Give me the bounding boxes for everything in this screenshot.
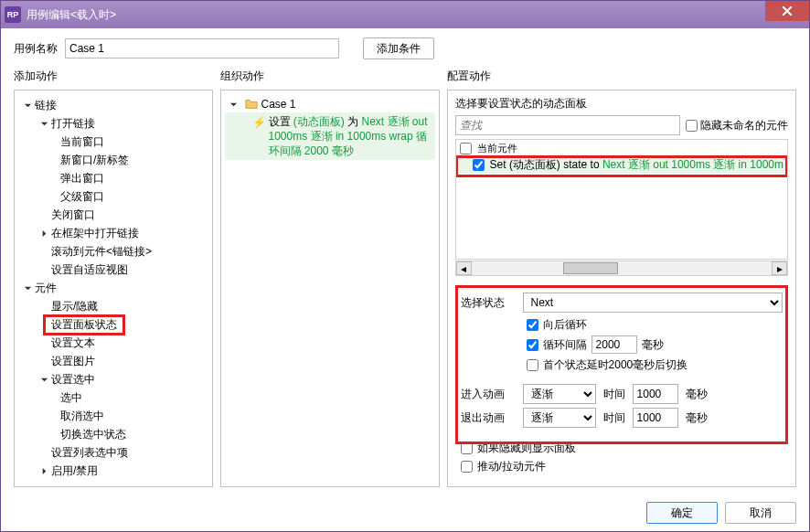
- loop-interval-unit: 毫秒: [642, 337, 664, 353]
- tree-unselected[interactable]: 取消选中: [18, 407, 208, 425]
- hide-unnamed-checkbox[interactable]: [686, 120, 698, 132]
- scroll-thumb[interactable]: [563, 262, 618, 274]
- select-state-label: 选择状态: [461, 295, 516, 311]
- tree-set-list-option[interactable]: 设置列表选中项: [18, 443, 208, 462]
- exit-time-input[interactable]: [633, 408, 678, 428]
- tree-toggle-selected[interactable]: 切换选中状态: [18, 425, 208, 443]
- organize-body: Case 1 ⚡ 设置 (动态面板) 为 Next 逐渐 out 1000ms …: [220, 90, 440, 487]
- push-pull-label: 推动/拉动元件: [477, 459, 546, 474]
- loop-interval-input[interactable]: [592, 335, 637, 354]
- push-pull-checkbox[interactable]: [461, 461, 473, 473]
- tree-show-hide[interactable]: 显示/隐藏: [18, 297, 208, 315]
- case-node[interactable]: Case 1: [225, 96, 435, 112]
- dialog-window: RP 用例编辑<载入时> 用例名称 添加条件 添加动作 链接: [0, 0, 810, 532]
- search-input[interactable]: [455, 115, 680, 135]
- scroll-left-arrow[interactable]: ◂: [456, 261, 472, 275]
- exit-anim-label: 退出动画: [461, 410, 516, 426]
- app-icon: RP: [5, 6, 21, 23]
- loop-back-label: 向后循环: [543, 317, 587, 333]
- enter-time-unit: 毫秒: [686, 387, 708, 402]
- panel-list: 当前元件 Set (动态面板) state to Next 逐渐 out 100…: [455, 139, 788, 260]
- scroll-right-arrow[interactable]: ▸: [772, 261, 787, 275]
- add-action-column: 添加动作 链接 打开链接 当前窗口 新窗口/新标签 弹出窗口 父级窗口 关闭窗口: [14, 69, 213, 487]
- organize-column: 组织动作 Case 1 ⚡ 设置 (动态面板) 为 Next 逐渐 out 10…: [220, 69, 440, 487]
- loop-back-checkbox[interactable]: [527, 319, 538, 331]
- current-widget-checkbox[interactable]: [460, 143, 472, 154]
- select-panel-label: 选择要设置状态的动态面板: [448, 90, 795, 115]
- exit-anim-dropdown[interactable]: 逐渐: [523, 408, 596, 428]
- tree-adaptive[interactable]: 设置自适应视图: [18, 261, 208, 279]
- tree-scroll-to[interactable]: 滚动到元件<锚链接>: [18, 242, 208, 261]
- configure-column: 配置动作 选择要设置状态的动态面板 隐藏未命名的元件 当前元件: [447, 69, 796, 487]
- show-if-hidden-checkbox[interactable]: [461, 442, 473, 454]
- tree-new-window[interactable]: 新窗口/新标签: [18, 151, 208, 169]
- tree-set-image[interactable]: 设置图片: [18, 352, 208, 370]
- select-state-row: 选择状态 Next: [461, 291, 783, 314]
- current-widget-row[interactable]: 当前元件: [456, 140, 787, 156]
- case-name-row: 用例名称 添加条件: [1, 28, 809, 69]
- footer: 确定 取消: [1, 495, 809, 531]
- select-state-dropdown[interactable]: Next: [523, 293, 783, 313]
- enter-anim-dropdown[interactable]: 逐渐: [523, 384, 596, 404]
- add-action-tree: 链接 打开链接 当前窗口 新窗口/新标签 弹出窗口 父级窗口 关闭窗口 在框架中…: [14, 90, 213, 487]
- case-name-input[interactable]: [65, 38, 339, 59]
- current-widget-label: 当前元件: [477, 142, 517, 155]
- case-node-label: Case 1: [261, 98, 296, 111]
- set-state-checkbox[interactable]: [473, 159, 485, 171]
- exit-time-label: 时间: [603, 410, 625, 426]
- search-row: 隐藏未命名的元件: [448, 115, 795, 139]
- action-text: 设置 (动态面板) 为 Next 逐渐 out 1000ms 逐渐 in 100…: [269, 114, 432, 158]
- chevron-down-icon: [229, 99, 240, 110]
- loop-interval-label: 循环间隔: [543, 337, 587, 353]
- horizontal-scrollbar[interactable]: ◂ ▸: [455, 261, 788, 276]
- enter-anim-row: 进入动画 逐渐 时间 毫秒: [461, 382, 783, 406]
- hide-unnamed-label[interactable]: 隐藏未命名的元件: [686, 118, 788, 133]
- titlebar: RP 用例编辑<载入时>: [1, 1, 809, 28]
- window-title: 用例编辑<载入时>: [27, 7, 116, 23]
- tree-enable-disable[interactable]: 启用/禁用: [18, 462, 208, 480]
- bottom-checks: 如果隐藏则显示面板 推动/拉动元件: [448, 435, 795, 479]
- chevron-down-icon: [22, 100, 33, 111]
- set-state-row[interactable]: Set (动态面板) state to Next 逐渐 out 1000ms 逐…: [456, 156, 787, 173]
- ok-button[interactable]: 确定: [646, 502, 718, 524]
- chevron-right-icon: [38, 228, 49, 239]
- tree-widgets[interactable]: 元件: [18, 279, 208, 297]
- first-state-delay-label: 首个状态延时2000毫秒后切换: [543, 357, 688, 373]
- tree-links[interactable]: 链接: [18, 96, 208, 114]
- push-pull-row: 推动/拉动元件: [461, 457, 783, 475]
- tree-set-panel-state[interactable]: 设置面板状态: [18, 315, 208, 334]
- tree-open-in-frame[interactable]: 在框架中打开链接: [18, 224, 208, 242]
- columns: 添加动作 链接 打开链接 当前窗口 新窗口/新标签 弹出窗口 父级窗口 关闭窗口: [1, 69, 809, 495]
- show-if-hidden-row: 如果隐藏则显示面板: [461, 439, 783, 457]
- first-state-delay-row: 首个状态延时2000毫秒后切换: [461, 355, 783, 375]
- cancel-button[interactable]: 取消: [725, 502, 796, 524]
- action-node[interactable]: ⚡ 设置 (动态面板) 为 Next 逐渐 out 1000ms 逐渐 in 1…: [225, 112, 435, 160]
- close-button[interactable]: [765, 1, 809, 21]
- tree-popup-window[interactable]: 弹出窗口: [18, 169, 208, 187]
- close-icon: [782, 5, 793, 16]
- exit-anim-row: 退出动画 逐渐 时间 毫秒: [461, 406, 783, 430]
- configure-body: 选择要设置状态的动态面板 隐藏未命名的元件 当前元件 Set (动态面板) st…: [447, 90, 796, 487]
- tree-set-text[interactable]: 设置文本: [18, 334, 208, 352]
- tree-selected[interactable]: 选中: [18, 388, 208, 407]
- tree-open-link[interactable]: 打开链接: [18, 114, 208, 133]
- tree-close-window[interactable]: 关闭窗口: [18, 206, 208, 224]
- case-name-label: 用例名称: [14, 41, 58, 57]
- organize-header: 组织动作: [220, 69, 440, 90]
- add-condition-button[interactable]: 添加条件: [363, 37, 434, 59]
- set-state-text: Set (动态面板) state to Next 逐渐 out 1000ms 逐…: [490, 157, 783, 173]
- loop-interval-row: 循环间隔 毫秒: [461, 335, 783, 355]
- chevron-down-icon: [38, 118, 49, 129]
- bolt-icon: ⚡: [252, 116, 265, 129]
- configure-header: 配置动作: [447, 69, 796, 90]
- loop-interval-checkbox[interactable]: [527, 339, 538, 351]
- tree-parent-window[interactable]: 父级窗口: [18, 187, 208, 206]
- enter-time-input[interactable]: [633, 384, 678, 404]
- chevron-down-icon: [38, 374, 49, 385]
- tree-set-selected[interactable]: 设置选中: [18, 370, 208, 388]
- state-config: 选择状态 Next 向后循环 循环间隔 毫秒: [455, 285, 788, 435]
- first-state-delay-checkbox[interactable]: [527, 359, 538, 371]
- show-if-hidden-label: 如果隐藏则显示面板: [477, 441, 576, 456]
- folder-icon: [245, 98, 258, 111]
- tree-current-window[interactable]: 当前窗口: [18, 133, 208, 151]
